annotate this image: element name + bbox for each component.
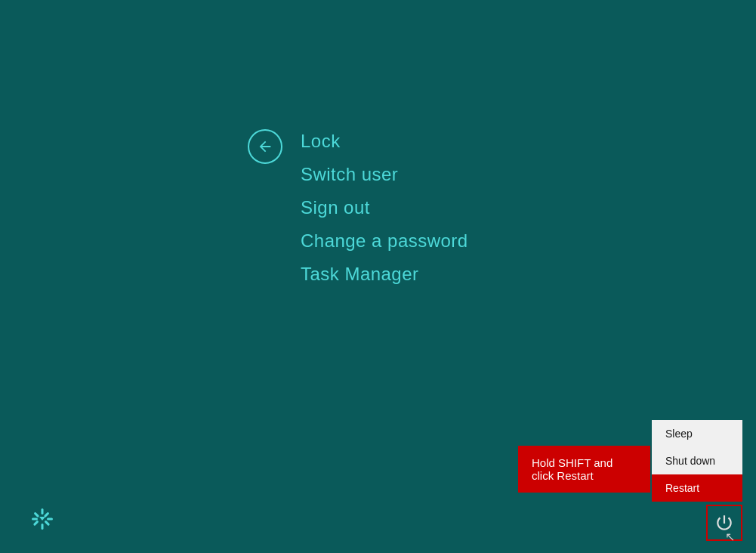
svg-rect-1	[42, 524, 44, 530]
hint-box: Hold SHIFT and click Restart	[518, 446, 650, 493]
menu-item-change-password[interactable]: Change a password	[301, 224, 468, 258]
power-icon	[714, 513, 734, 533]
menu-item-sign-out[interactable]: Sign out	[301, 191, 468, 224]
menu-item-switch-user[interactable]: Switch user	[301, 158, 468, 191]
shutdown-button[interactable]: Shut down	[652, 447, 742, 474]
svg-rect-3	[47, 518, 53, 521]
power-dropdown: Sleep Shut down Restart	[652, 420, 742, 502]
back-button[interactable]	[248, 129, 282, 164]
svg-rect-7	[44, 520, 50, 526]
menu-item-task-manager[interactable]: Task Manager	[301, 258, 468, 291]
power-button[interactable]	[706, 505, 742, 541]
svg-rect-2	[32, 518, 38, 521]
svg-marker-8	[39, 517, 45, 521]
spin-icon	[30, 507, 54, 531]
loading-icon	[30, 507, 54, 536]
restart-button[interactable]: Restart	[652, 474, 742, 502]
svg-rect-0	[42, 508, 44, 514]
svg-rect-4	[33, 511, 39, 517]
back-arrow-icon	[257, 138, 273, 155]
hint-text: Hold SHIFT and click Restart	[532, 456, 637, 482]
menu-list: Lock Switch user Sign out Change a passw…	[301, 125, 468, 291]
menu-item-lock[interactable]: Lock	[301, 125, 468, 158]
sleep-button[interactable]: Sleep	[652, 420, 742, 447]
svg-rect-6	[33, 520, 39, 526]
